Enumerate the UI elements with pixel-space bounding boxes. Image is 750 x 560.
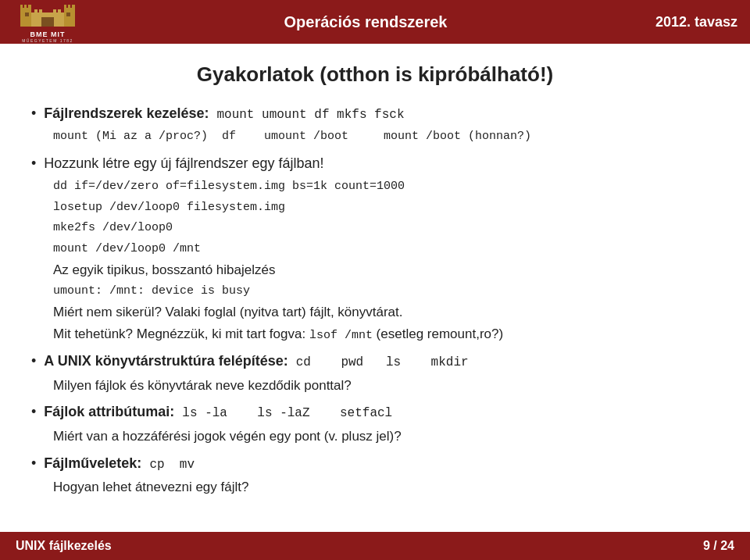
bullet-section-1: • Fájlrendszerek kezelése: mount umount … <box>31 104 719 146</box>
bullet-marker-1: • <box>31 105 36 122</box>
bullet-section-5: • Fájlműveletek: cp mv Hogyan lehet átne… <box>31 454 719 497</box>
bullet-2-sub3: mke2fs /dev/loop0 <box>53 219 719 237</box>
bullet-line-3: • A UNIX könyvtárstruktúra felépítése: c… <box>31 351 719 371</box>
bullet-4-label: Fájlok attribútumai: <box>44 404 174 419</box>
bullet-5-text: Fájlműveletek: cp mv <box>44 454 195 473</box>
svg-rect-10 <box>25 12 29 16</box>
bullet-marker-5: • <box>31 455 36 472</box>
bullet-4-commands: ls -la ls -laZ setfacl <box>182 406 392 420</box>
svg-rect-7 <box>68 5 70 9</box>
footer: UNIX fájlkezelés 9 / 24 <box>0 532 750 560</box>
bullet-section-3: • A UNIX könyvtárstruktúra felépítése: c… <box>31 351 719 394</box>
logo-area: BME MIT MŰEGYETEM 1782 <box>12 5 83 39</box>
bullet-4-sub1: Miért van a hozzáférési jogok végén egy … <box>53 427 719 446</box>
bullet-2-sub2: losetup /dev/loop0 filesystem.img <box>53 199 719 217</box>
bme-name-text: BME MIT <box>30 30 66 38</box>
svg-rect-15 <box>58 9 61 13</box>
bullet-marker-3: • <box>31 353 36 369</box>
bullet-5-sub1: Hogyan lehet átnevezni egy fájlt? <box>53 478 719 497</box>
bullet-2-sub4: mount /dev/loop0 /mnt <box>53 241 719 259</box>
bullet-marker-2: • <box>31 155 36 172</box>
bullet-section-2: • Hozzunk létre egy új fájlrendszer egy … <box>31 154 719 344</box>
bullet-marker-4: • <box>31 404 36 420</box>
bullet-5-commands: cp mv <box>149 458 195 472</box>
lsof-cmd: lsof /mnt <box>309 329 373 342</box>
year-label: 2012. tavasz <box>636 14 738 30</box>
castle-icon <box>19 2 77 28</box>
svg-rect-4 <box>24 5 27 9</box>
bullet-line-5: • Fájlműveletek: cp mv <box>31 454 719 473</box>
header: BME MIT MŰEGYETEM 1782 Operációs rendsze… <box>0 0 750 44</box>
bullet-2-text: Hozzunk létre egy új fájlrendszer egy fá… <box>44 154 323 173</box>
svg-rect-9 <box>41 17 54 27</box>
bullet-3-commands: cd pwd ls mkdir <box>296 355 469 369</box>
bullet-line-2: • Hozzunk létre egy új fájlrendszer egy … <box>31 154 719 173</box>
bullet-5-label: Fájlműveletek: <box>44 455 141 471</box>
bullet-2-sub8: Mit tehetünk? Megnézzük, ki mit tart fog… <box>53 325 719 344</box>
svg-rect-2 <box>64 8 75 27</box>
page-title: Gyakorlatok (otthon is kipróbálható!) <box>31 62 719 87</box>
footer-page-number: 9 / 24 <box>703 539 734 553</box>
bullet-3-text: A UNIX könyvtárstruktúra felépítése: cd … <box>44 351 468 371</box>
bullet-1-sub1: mount (Mi az a /proc?) df umount /boot m… <box>53 128 719 146</box>
bullet-3-sub1: Milyen fájlok és könyvtárak neve kezdődi… <box>53 376 719 395</box>
bullet-1-text: Fájlrendszerek kezelése: mount umount df… <box>44 104 404 123</box>
svg-rect-3 <box>20 5 23 9</box>
svg-rect-13 <box>39 9 42 13</box>
svg-rect-11 <box>66 12 70 16</box>
course-title: Operációs rendszerek <box>95 13 636 31</box>
svg-rect-6 <box>64 5 66 9</box>
bullet-2-sub6: umount: /mnt: device is busy <box>53 283 719 301</box>
bullet-2-sub1: dd if=/dev/zero of=filesystem.img bs=1k … <box>53 178 719 196</box>
bme-logo: BME MIT MŰEGYETEM 1782 <box>16 2 80 43</box>
bullet-2-sub5: Az egyik tipikus, bosszantó hibajelzés <box>53 261 719 280</box>
bullet-1-label: Fájlrendszerek kezelése: <box>44 105 209 121</box>
svg-rect-8 <box>72 5 75 9</box>
svg-rect-5 <box>28 5 31 9</box>
svg-rect-12 <box>34 9 38 13</box>
svg-rect-1 <box>20 8 31 27</box>
bullet-line-4: • Fájlok attribútumai: ls -la ls -laZ se… <box>31 402 719 422</box>
main-content: Gyakorlatok (otthon is kipróbálható!) • … <box>0 44 750 532</box>
bullet-line-1: • Fájlrendszerek kezelése: mount umount … <box>31 104 719 123</box>
bullet-1-commands: mount umount df mkfs fsck <box>216 108 404 122</box>
bme-subtext: MŰEGYETEM 1782 <box>22 38 73 43</box>
bullet-4-text: Fájlok attribútumai: ls -la ls -laZ setf… <box>44 402 392 422</box>
footer-left-label: UNIX fájlkezelés <box>16 539 112 553</box>
svg-rect-14 <box>53 9 56 13</box>
bullet-section-4: • Fájlok attribútumai: ls -la ls -laZ se… <box>31 402 719 445</box>
bullet-3-label: A UNIX könyvtárstruktúra felépítése: <box>44 353 288 369</box>
bullet-2-sub7: Miért nem sikerül? Valaki foglal (nyitva… <box>53 303 719 322</box>
